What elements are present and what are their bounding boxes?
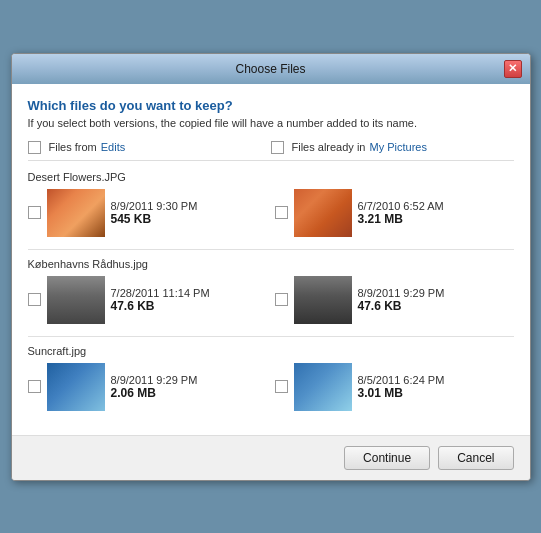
file-versions-row: 8/9/2011 9:29 PM2.06 MB8/5/2011 6:24 PM3… [28,363,514,411]
file-name: Københavns Rådhus.jpg [28,258,514,270]
version-size: 545 KB [111,212,267,226]
file-version-right: 6/7/2010 6:52 AM3.21 MB [275,189,514,237]
version-info-left: 8/9/2011 9:30 PM545 KB [111,200,267,226]
version-size: 3.21 MB [358,212,514,226]
right-select-all-checkbox[interactable] [271,141,284,154]
version-size: 47.6 KB [358,299,514,313]
thumbnail-left [47,363,105,411]
thumbnail-right [294,363,352,411]
file-version-right: 8/5/2011 6:24 PM3.01 MB [275,363,514,411]
thumbnail-left [47,189,105,237]
left-column-header: Files from Edits [28,141,271,154]
dialog-window: Choose Files ✕ Which files do you want t… [11,53,531,481]
version-info-left: 7/28/2011 11:14 PM47.6 KB [111,287,267,313]
version-date: 8/5/2011 6:24 PM [358,374,514,386]
right-col-prefix: Files already in [292,141,366,153]
file-groups: Desert Flowers.JPG8/9/2011 9:30 PM545 KB… [28,171,514,411]
version-info-right: 8/9/2011 9:29 PM47.6 KB [358,287,514,313]
close-button[interactable]: ✕ [504,60,522,78]
version-size: 3.01 MB [358,386,514,400]
version-checkbox-right[interactable] [275,206,288,219]
version-date: 7/28/2011 11:14 PM [111,287,267,299]
version-checkbox-left[interactable] [28,206,41,219]
file-versions-row: 8/9/2011 9:30 PM545 KB6/7/2010 6:52 AM3.… [28,189,514,237]
left-col-prefix: Files from [49,141,97,153]
file-name: Suncraft.jpg [28,345,514,357]
version-checkbox-left[interactable] [28,293,41,306]
version-checkbox-right[interactable] [275,293,288,306]
dialog-content: Which files do you want to keep? If you … [12,84,530,435]
version-info-right: 8/5/2011 6:24 PM3.01 MB [358,374,514,400]
divider [28,336,514,337]
version-date: 8/9/2011 9:30 PM [111,200,267,212]
version-size: 2.06 MB [111,386,267,400]
continue-button[interactable]: Continue [344,446,430,470]
file-group: Københavns Rådhus.jpg7/28/2011 11:14 PM4… [28,249,514,324]
right-column-header: Files already in My Pictures [271,141,514,154]
version-date: 8/9/2011 9:29 PM [111,374,267,386]
file-group: Desert Flowers.JPG8/9/2011 9:30 PM545 KB… [28,171,514,237]
file-version-left: 8/9/2011 9:29 PM2.06 MB [28,363,267,411]
version-checkbox-left[interactable] [28,380,41,393]
version-date: 8/9/2011 9:29 PM [358,287,514,299]
main-question: Which files do you want to keep? [28,98,514,113]
columns-header: Files from Edits Files already in My Pic… [28,141,514,161]
thumbnail-right [294,189,352,237]
version-date: 6/7/2010 6:52 AM [358,200,514,212]
file-version-right: 8/9/2011 9:29 PM47.6 KB [275,276,514,324]
version-info-left: 8/9/2011 9:29 PM2.06 MB [111,374,267,400]
left-col-link[interactable]: Edits [101,141,125,153]
subtitle-text: If you select both versions, the copied … [28,117,514,129]
thumbnail-right [294,276,352,324]
file-group: Suncraft.jpg8/9/2011 9:29 PM2.06 MB8/5/2… [28,336,514,411]
left-select-all-checkbox[interactable] [28,141,41,154]
dialog-footer: Continue Cancel [12,435,530,480]
thumbnail-left [47,276,105,324]
version-size: 47.6 KB [111,299,267,313]
right-col-link[interactable]: My Pictures [369,141,426,153]
file-versions-row: 7/28/2011 11:14 PM47.6 KB8/9/2011 9:29 P… [28,276,514,324]
window-title: Choose Files [38,62,504,76]
divider [28,249,514,250]
title-bar: Choose Files ✕ [12,54,530,84]
version-info-right: 6/7/2010 6:52 AM3.21 MB [358,200,514,226]
file-version-left: 8/9/2011 9:30 PM545 KB [28,189,267,237]
file-name: Desert Flowers.JPG [28,171,514,183]
cancel-button[interactable]: Cancel [438,446,513,470]
version-checkbox-right[interactable] [275,380,288,393]
file-version-left: 7/28/2011 11:14 PM47.6 KB [28,276,267,324]
